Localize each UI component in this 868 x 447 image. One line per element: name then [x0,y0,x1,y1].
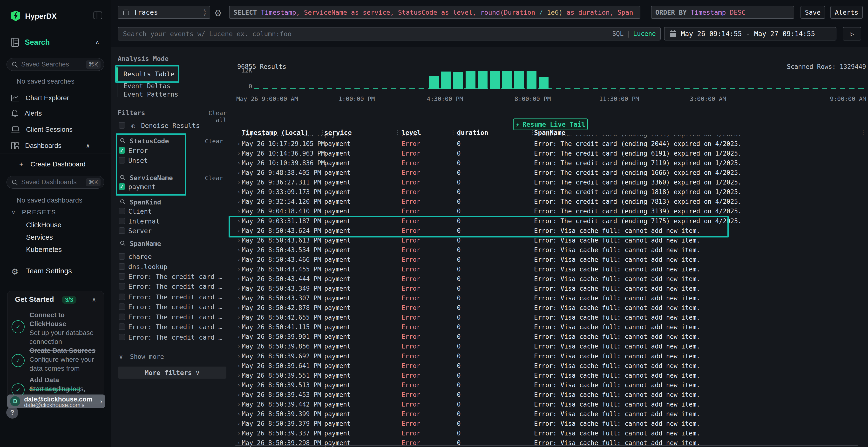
presets-toggle[interactable]: ∨ PRESETS [11,209,56,216]
sidebar-item-client-sessions[interactable]: Client Sessions [11,125,103,134]
table-row[interactable]: ›May 26 8:50:39.399 PMpaymentError0Error… [235,409,868,419]
histogram-bar[interactable] [466,71,475,89]
date-range-picker[interactable]: May 26 09:14:55 - May 27 09:14:55 [664,27,836,40]
search-icon[interactable] [120,199,126,205]
table-row[interactable]: ›May 26 9:04:18.410 PMpaymentError0Error… [235,206,868,216]
filter-checkbox-payment[interactable]: ✓ [119,183,125,190]
table-row[interactable]: ›May 26 8:50:43.307 PMpaymentError0Error… [235,294,868,303]
filter-checkbox-charge[interactable] [119,253,125,260]
event-search-bar[interactable]: SQL | Lucene [118,27,661,40]
resume-live-tail-button[interactable]: ⚡ Resume Live Tail [513,118,588,130]
histogram-bar[interactable] [514,71,524,89]
sidebar-item-dashboards[interactable]: Dashboards∧ [11,141,103,150]
create-dashboard-button[interactable]: + Create Dashboard [19,161,86,168]
table-row[interactable]: ›May 26 8:50:39.901 PMpaymentError0Error… [235,332,868,342]
search-icon[interactable] [120,138,126,143]
table-row[interactable]: ›May 26 8:50:41.115 PMpaymentError0Error… [235,322,868,332]
analysis-mode-event-patterns[interactable]: Event Patterns [123,91,179,98]
analysis-mode-event-deltas[interactable]: Event Deltas [123,82,170,90]
table-row[interactable]: ›May 26 8:50:39.442 PMpaymentError0Error… [235,400,868,409]
filter-checkbox-client[interactable] [119,208,125,214]
filter-clear-servicename[interactable]: Clear [196,175,223,182]
histogram-bar[interactable] [478,71,488,89]
table-row[interactable]: ›May 26 8:50:43.466 PMpaymentError0Error… [235,255,868,265]
save-button[interactable]: Save [801,6,825,19]
source-selector[interactable]: Traces ∧∨ [118,6,210,19]
histogram-bar[interactable] [539,77,549,89]
filter-checkbox-server[interactable] [119,227,125,234]
sidebar-preset-clickhouse[interactable]: ClickHouse [26,221,61,229]
filter-checkbox-error-the-credit-card-[interactable] [119,334,125,340]
search-icon[interactable] [120,240,126,246]
table-row[interactable]: ›May 26 8:50:43.455 PMpaymentError0Error… [235,265,868,274]
get-started-step-title[interactable]: Add Data [29,376,59,384]
filter-checkbox-error-the-credit-card-[interactable] [119,294,125,300]
get-started-step-title[interactable]: ClickHouse [29,320,66,328]
table-row[interactable]: ›May 26 8:50:39.453 PMpaymentError0Error… [235,390,868,400]
more-filters-button[interactable]: More filters∨ [118,367,226,379]
sql-select-input[interactable]: SELECT Timestamp, ServiceName as service… [229,6,641,19]
filter-checkbox-error-the-credit-card-[interactable] [119,314,125,320]
column-resizer-icon[interactable]: ⋮ [319,129,325,136]
results-table[interactable]: ›May 26 10:17:29.105 PMpaymentError0Erro… [235,135,868,447]
histogram-bar[interactable] [441,72,451,89]
get-started-collapse-icon[interactable]: ∧ [92,296,96,303]
table-row[interactable]: ›May 26 9:03:31.187 PMpaymentError0Error… [235,216,868,226]
table-row[interactable]: ›May 26 8:50:39.641 PMpaymentError0Error… [235,361,868,371]
table-row[interactable]: ›May 26 8:50:39.337 PMpaymentError0Error… [235,428,868,438]
filter-checkbox-error[interactable]: ✓ [119,147,125,153]
analysis-mode-results-table[interactable]: Results Table [123,70,174,78]
sidebar-preset-kubernetes[interactable]: Kubernetes [26,246,62,253]
histogram-bar[interactable] [490,71,500,89]
table-row[interactable]: ›May 26 9:36:27.311 PMpaymentError0Error… [235,177,868,187]
table-row[interactable]: ›May 26 8:50:39.513 PMpaymentError0Error… [235,380,868,390]
sidebar-item-chart-explorer[interactable]: Chart Explorer [11,94,103,103]
filter-checkbox-unset[interactable] [119,157,125,164]
sidebar-collapse-icon[interactable] [94,11,102,19]
column-resizer-icon[interactable]: ⋮ [450,129,456,136]
table-row[interactable]: ›May 26 8:50:39.379 PMpaymentError0Error… [235,419,868,428]
horizontal-scrollbar[interactable] [235,445,858,446]
table-row[interactable]: ›May 26 9:33:09.173 PMpaymentError0Error… [235,187,868,197]
alerts-button[interactable]: Alerts [830,6,863,19]
table-row[interactable]: ›May 26 10:17:29.105 PMpaymentError0Erro… [235,139,868,148]
table-row[interactable]: ›May 26 8:50:43.613 PMpaymentError0Error… [235,236,868,245]
table-row[interactable]: ›May 26 8:50:43.349 PMpaymentError0Error… [235,284,868,294]
column-resizer-icon[interactable]: ⋮ [395,129,400,136]
lang-toggle-lucene[interactable]: Lucene [633,30,656,37]
table-row[interactable]: ›May 26 10:14:36.963 PMpaymentError0Erro… [235,148,868,158]
table-row[interactable]: ›May 26 8:50:43.444 PMpaymentError0Error… [235,274,868,284]
table-row[interactable]: ›May 26 8:50:39.551 PMpaymentError0Error… [235,371,868,380]
filter-checkbox-dns-lookup[interactable] [119,263,125,270]
source-settings-gear-icon[interactable]: ⚙ [214,8,222,18]
histogram-bar[interactable] [453,72,463,89]
get-started-step-title[interactable]: Create Data Sources [29,347,95,354]
lang-toggle-sql[interactable]: SQL [612,30,623,37]
table-row[interactable]: ›May 26 9:48:38.405 PMpaymentError0Error… [235,168,868,177]
filter-checkbox-error-the-credit-card-[interactable] [119,283,125,289]
saved-searches-input[interactable]: Saved Searches ⌘K [6,58,104,71]
table-row[interactable]: ›May 26 8:50:42.878 PMpaymentError0Error… [235,303,868,313]
search-collapse-chevron-icon[interactable]: ∧ [95,38,99,46]
filter-clear-statuscode[interactable]: Clear [196,138,223,145]
event-search-input[interactable] [123,30,609,38]
run-query-play-button[interactable]: ▷ [843,27,861,40]
denoise-checkbox[interactable] [119,122,125,129]
filter-checkbox-error-the-credit-card-[interactable] [119,304,125,310]
sidebar-item-search[interactable]: Search [25,38,50,47]
sql-orderby-input[interactable]: ORDER BY Timestamp DESC [651,6,794,19]
table-row[interactable]: ›May 26 8:50:43.534 PMpaymentError0Error… [235,245,868,255]
show-more-toggle[interactable]: ∨ Show more [119,353,164,360]
sidebar-preset-services[interactable]: Services [26,233,53,241]
user-footer[interactable]: D dale@clickhouse.com dale@clickhouse.co… [7,394,105,408]
table-row[interactable]: ›May 26 10:17:29.105 PMpaymentError0Erro… [235,135,868,139]
histogram-bar[interactable] [429,76,439,89]
search-icon[interactable] [120,175,126,180]
table-options-icon[interactable]: ⋮ [860,129,866,136]
table-row[interactable]: ›May 26 10:10:39.836 PMpaymentError0Erro… [235,158,868,168]
table-row[interactable]: ›May 26 8:50:43.624 PMpaymentError0Error… [235,226,868,236]
filter-checkbox-error-the-credit-card-[interactable] [119,273,125,280]
table-row[interactable]: ›May 26 8:50:39.856 PMpaymentError0Error… [235,342,868,351]
histogram-bar[interactable] [527,71,536,89]
table-row[interactable]: ›May 26 8:50:42.655 PMpaymentError0Error… [235,313,868,322]
